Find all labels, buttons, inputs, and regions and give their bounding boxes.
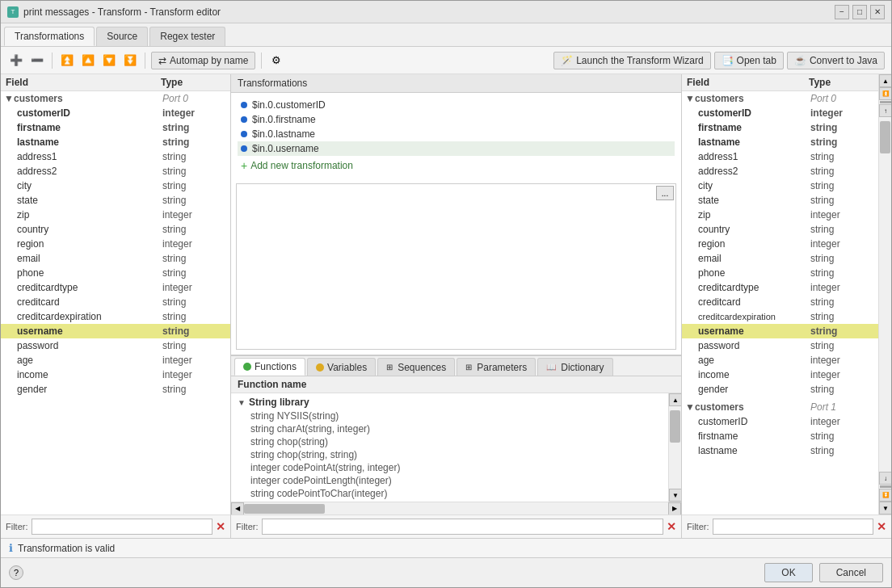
list-item[interactable]: age integer — [1, 353, 230, 368]
right-group-customers[interactable]: ▼ customers Port 0 — [682, 91, 878, 106]
list-item[interactable]: $in.0.username — [238, 141, 675, 156]
list-item[interactable]: creditcardtype integer — [1, 280, 230, 295]
scroll-left-btn[interactable]: ◀ — [231, 502, 244, 515]
right-scroll-top[interactable]: ⏫ — [879, 87, 891, 100]
center-filter-input[interactable] — [262, 519, 664, 535]
automap-button[interactable]: ⇄ Automap by name — [151, 52, 255, 69]
list-item[interactable]: zip integer — [1, 208, 230, 222]
help-button[interactable]: ? — [9, 565, 23, 580]
move-up-button[interactable]: 🔼 — [79, 52, 97, 69]
list-item[interactable]: firstname string — [682, 429, 878, 443]
center-filter-clear-icon[interactable]: ✕ — [667, 520, 676, 533]
scroll-right-btn[interactable]: ▶ — [668, 502, 681, 515]
ok-button[interactable]: OK — [764, 563, 812, 582]
launch-wizard-button[interactable]: 🪄 Launch the Transform Wizard — [553, 52, 710, 69]
tab-dictionary[interactable]: 📖 Dictionary — [537, 358, 612, 376]
list-item[interactable]: lastname string — [1, 135, 230, 149]
list-item[interactable]: address1 string — [682, 149, 878, 164]
right-scrollbar[interactable]: ▲ ⏫ ↑ ↓ ⏬ ▼ — [878, 74, 891, 514]
maximize-button[interactable]: □ — [852, 5, 867, 19]
list-item[interactable]: integer codePointLength(integer) — [231, 474, 668, 487]
list-item[interactable]: state string — [682, 193, 878, 208]
hs-track[interactable] — [244, 503, 668, 514]
list-item[interactable]: customerID integer — [682, 106, 878, 120]
list-item[interactable]: integer codePointAt(string, integer) — [231, 461, 668, 474]
list-item[interactable]: income integer — [1, 368, 230, 382]
list-item[interactable]: string chop(string) — [231, 435, 668, 448]
list-item[interactable]: customerID integer — [682, 414, 878, 429]
cancel-button[interactable]: Cancel — [819, 563, 883, 582]
transform-edit-area[interactable]: ... — [236, 183, 676, 350]
close-button[interactable]: ✕ — [870, 5, 885, 19]
list-item[interactable]: zip integer — [682, 208, 878, 222]
tab-sequences[interactable]: ⊞ Sequences — [377, 358, 455, 376]
list-item[interactable]: country string — [682, 222, 878, 237]
open-tab-button[interactable]: 📑 Open tab — [714, 52, 784, 69]
list-item[interactable]: lastname string — [682, 443, 878, 458]
list-item[interactable]: firstname string — [1, 120, 230, 135]
list-item[interactable]: $in.0.lastname — [238, 127, 675, 141]
list-item[interactable]: lastname string — [682, 135, 878, 149]
edit-button[interactable]: ... — [656, 186, 674, 200]
list-item[interactable]: string codePointToChar(integer) — [231, 487, 668, 500]
list-item[interactable]: password string — [1, 338, 230, 353]
horiz-scroll[interactable]: ◀ ▶ — [231, 502, 681, 514]
scroll-track[interactable] — [669, 406, 681, 489]
function-scrollbar[interactable]: ▲ ▼ — [668, 393, 681, 502]
convert-java-button[interactable]: ☕ Convert to Java — [787, 52, 885, 69]
add-button[interactable]: ➕ — [7, 52, 25, 69]
list-item[interactable]: email string — [1, 251, 230, 266]
list-item[interactable]: creditcardexpiration string — [1, 309, 230, 324]
move-bottom-button[interactable]: ⏬ — [121, 52, 139, 69]
settings-button[interactable]: ⚙ — [267, 52, 285, 69]
right-scroll-down2[interactable]: ▼ — [879, 502, 891, 514]
list-item[interactable]: address2 string — [1, 164, 230, 178]
left-group-customers[interactable]: ▼ customers Port 0 — [1, 91, 230, 106]
list-item[interactable]: income integer — [682, 368, 878, 382]
minimize-button[interactable]: − — [835, 5, 849, 19]
right-scroll-up2[interactable]: ↑ — [879, 104, 891, 117]
expand-icon[interactable]: ▼ — [685, 401, 695, 413]
left-filter-clear-icon[interactable]: ✕ — [216, 520, 225, 533]
list-item[interactable]: customerID integer — [1, 106, 230, 120]
move-down-button[interactable]: 🔽 — [100, 52, 118, 69]
list-item[interactable]: city string — [1, 178, 230, 193]
list-item[interactable]: gender string — [1, 382, 230, 397]
left-filter-input[interactable] — [32, 519, 213, 535]
list-item[interactable]: country string — [1, 222, 230, 237]
list-item[interactable]: gender string — [682, 382, 878, 397]
list-item[interactable]: creditcardtype integer — [682, 280, 878, 295]
list-item[interactable]: string chop(string, string) — [231, 448, 668, 461]
list-item[interactable]: creditcard string — [1, 295, 230, 309]
right-scroll-track[interactable] — [879, 117, 891, 472]
right-filter-clear-icon[interactable]: ✕ — [877, 520, 886, 533]
right-group2-customers[interactable]: ▼ customers Port 1 — [682, 400, 878, 414]
move-top-button[interactable]: ⏫ — [58, 52, 76, 69]
list-item[interactable]: phone string — [1, 266, 230, 280]
list-item[interactable]: address1 string — [1, 149, 230, 164]
list-item[interactable]: password string — [682, 338, 878, 353]
remove-button[interactable]: ➖ — [28, 52, 46, 69]
list-item[interactable]: string charAt(string, integer) — [231, 422, 668, 435]
list-item[interactable]: state string — [1, 193, 230, 208]
list-item[interactable]: address2 string — [682, 164, 878, 178]
right-scroll-bottom[interactable]: ⏬ — [879, 489, 891, 502]
list-item[interactable]: username string — [682, 324, 878, 338]
scroll-up-btn[interactable]: ▲ — [669, 393, 681, 406]
scroll-down-btn[interactable]: ▼ — [669, 489, 681, 502]
expand-icon[interactable]: ▼ — [685, 93, 695, 104]
list-item[interactable]: phone string — [682, 266, 878, 280]
list-item[interactable]: creditcard string — [682, 295, 878, 309]
list-item[interactable]: string NYSIIS(string) — [231, 410, 668, 422]
tab-parameters[interactable]: ⊞ Parameters — [457, 358, 536, 376]
expand-icon[interactable]: ▼ — [4, 93, 14, 104]
list-item[interactable]: firstname string — [682, 120, 878, 135]
list-item[interactable]: age integer — [682, 353, 878, 368]
tab-source[interactable]: Source — [96, 27, 148, 46]
list-item[interactable]: region integer — [682, 237, 878, 251]
right-scroll-up[interactable]: ▲ — [879, 74, 891, 87]
list-item[interactable]: city string — [682, 178, 878, 193]
tab-functions[interactable]: Functions — [234, 358, 305, 376]
tab-transformations[interactable]: Transformations — [4, 27, 95, 46]
string-library-group[interactable]: ▼ String library — [231, 395, 668, 410]
